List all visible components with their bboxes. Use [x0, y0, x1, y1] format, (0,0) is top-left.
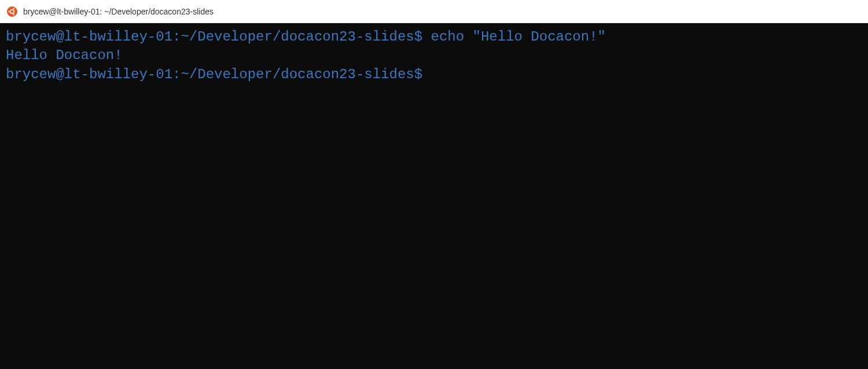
svg-point-2: [8, 10, 10, 12]
shell-prompt: brycew@lt-bwilley-01:~/Developer/docacon…: [6, 29, 422, 45]
shell-output: Hello Docacon!: [6, 48, 123, 63]
ubuntu-icon: [7, 6, 17, 17]
shell-prompt: brycew@lt-bwilley-01:~/Developer/docacon…: [6, 67, 422, 82]
svg-point-4: [13, 13, 14, 15]
window-title: brycew@lt-bwilley-01: ~/Developer/docaco…: [23, 7, 214, 16]
terminal-line: brycew@lt-bwilley-01:~/Developer/docacon…: [6, 65, 862, 84]
terminal-line: brycew@lt-bwilley-01:~/Developer/docacon…: [6, 28, 862, 46]
window-titlebar: brycew@lt-bwilley-01: ~/Developer/docaco…: [0, 0, 868, 23]
svg-point-3: [13, 8, 14, 9]
terminal-area[interactable]: brycew@lt-bwilley-01:~/Developer/docacon…: [0, 23, 868, 369]
terminal-line: Hello Docacon!: [6, 46, 862, 65]
shell-command: echo "Hello Docacon!": [422, 29, 606, 45]
